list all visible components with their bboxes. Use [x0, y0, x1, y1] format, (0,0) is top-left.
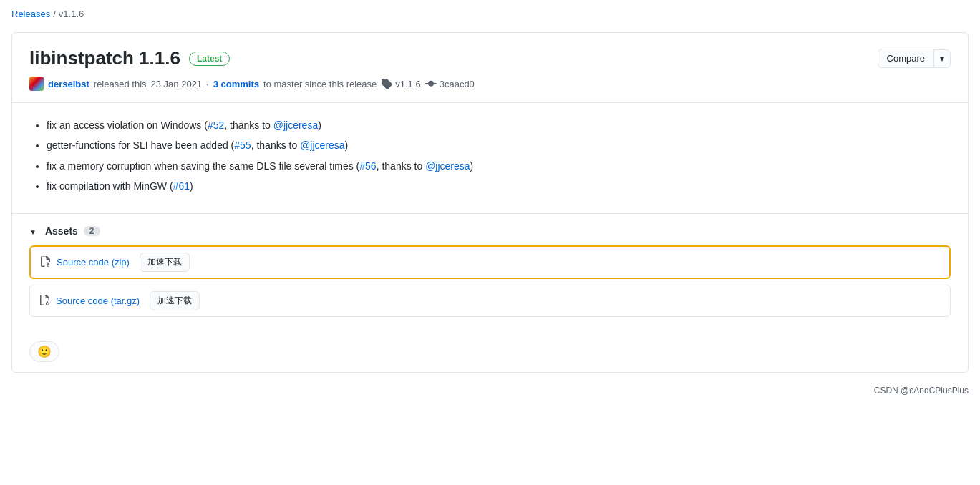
accel-download-btn-zip[interactable]: 加速下载	[140, 253, 190, 272]
issue-link-56[interactable]: #56	[359, 160, 376, 172]
tag-icon-group: v1.1.6	[381, 78, 420, 89]
commits-link[interactable]: 3 commits	[213, 79, 259, 89]
releases-link[interactable]: Releases	[11, 9, 50, 19]
list-item: fix compilation with MinGW (#61)	[47, 178, 951, 194]
asset-suffix-2: (tar.gz)	[111, 295, 140, 306]
release-container: libinstpatch 1.1.6 Latest Compare ▾ ders…	[11, 32, 969, 373]
release-header: libinstpatch 1.1.6 Latest Compare ▾ ders…	[12, 33, 968, 103]
tag-icon	[381, 78, 392, 89]
file-targz-icon	[39, 295, 50, 306]
assets-count-badge: 2	[84, 226, 100, 236]
release-meta: derselbst released this 23 Jan 2021 · 3 …	[29, 77, 951, 91]
list-item: fix a memory corruption when saving the …	[47, 158, 951, 174]
commit-hash: 3caacd0	[440, 79, 475, 89]
issue-link-61[interactable]: #61	[173, 180, 190, 192]
author-link[interactable]: derselbst	[48, 79, 89, 89]
asset-suffix-1: (zip)	[112, 257, 130, 268]
assets-label: Assets	[45, 225, 78, 237]
commit-icon-group: 3caacd0	[425, 78, 475, 89]
release-title: libinstpatch 1.1.6	[29, 47, 180, 69]
release-notes-list: fix an access violation on Windows (#52,…	[29, 117, 951, 195]
breadcrumb-version: v1.1.6	[59, 9, 84, 19]
footer-text: CSDN @cAndCPlusPlus	[874, 386, 969, 396]
meta-separator: ·	[206, 79, 209, 89]
mention-jjceresa-3[interactable]: @jjceresa	[425, 160, 470, 172]
compare-button-main[interactable]: Compare	[878, 49, 933, 68]
file-zip-icon	[39, 256, 51, 268]
assets-toggle-icon	[29, 225, 39, 237]
source-code-targz-link[interactable]: Source code (tar.gz)	[56, 295, 140, 306]
compare-dropdown-arrow[interactable]: ▾	[933, 49, 951, 68]
list-item: fix an access violation on Windows (#52,…	[47, 117, 951, 133]
emoji-reaction-button[interactable]: 🙂	[29, 341, 59, 362]
breadcrumb-separator: /	[53, 9, 56, 19]
assets-header[interactable]: Assets 2	[29, 225, 951, 237]
reactions-row: 🙂	[12, 334, 968, 372]
source-code-zip-link[interactable]: Source code (zip)	[57, 257, 130, 268]
issue-link-52[interactable]: #52	[208, 119, 224, 131]
asset-item-zip: Source code (zip) 加速下载	[29, 245, 951, 279]
release-date: 23 Jan 2021	[151, 79, 203, 89]
mention-jjceresa-1[interactable]: @jjceresa	[273, 119, 318, 131]
asset-item-targz: Source code (tar.gz) 加速下载	[29, 285, 951, 317]
commits-text: to master since this release	[263, 79, 377, 89]
asset-name-1: Source code	[57, 257, 109, 268]
tag-version: v1.1.6	[395, 79, 420, 89]
latest-badge: Latest	[189, 52, 230, 66]
mention-jjceresa-2[interactable]: @jjceresa	[300, 139, 344, 151]
accel-download-btn-targz[interactable]: 加速下载	[150, 291, 200, 310]
assets-section: Assets 2 Source code (zip) 加速下载 Source c…	[12, 214, 968, 334]
release-title-row: libinstpatch 1.1.6 Latest Compare ▾	[29, 47, 951, 69]
issue-link-55[interactable]: #55	[234, 139, 251, 151]
release-body: fix an access violation on Windows (#52,…	[12, 103, 968, 214]
footer: CSDN @cAndCPlusPlus	[0, 378, 980, 403]
asset-name-2: Source code	[56, 295, 108, 306]
list-item: getter-functions for SLI have been added…	[47, 137, 951, 153]
breadcrumb: Releases / v1.1.6	[0, 0, 980, 26]
avatar	[29, 77, 44, 91]
release-action: released this	[94, 79, 147, 89]
compare-button-group: Compare ▾	[878, 49, 951, 68]
commit-icon	[425, 78, 437, 89]
